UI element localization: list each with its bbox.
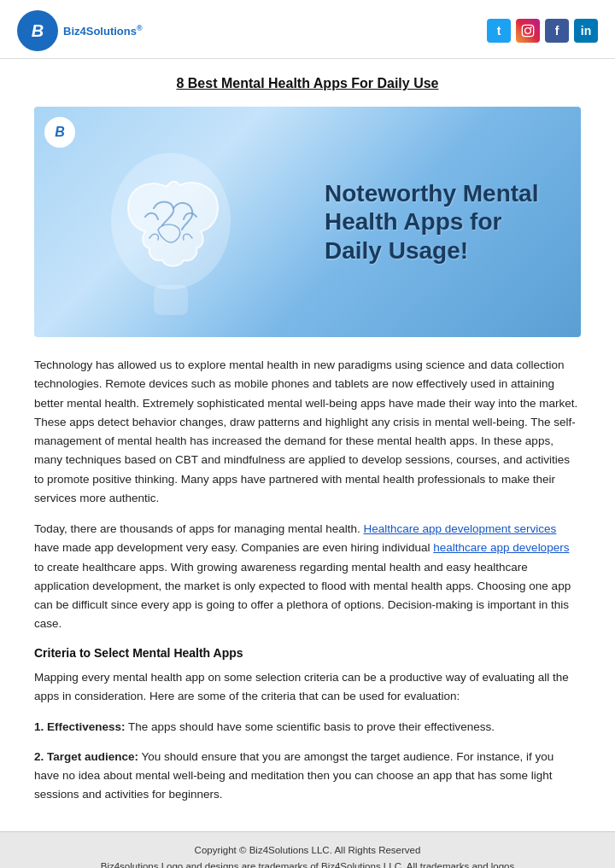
footer-line1: Copyright © Biz4Solutions LLC. All Right… [17,842,598,858]
svg-rect-4 [154,285,188,315]
svg-point-1 [525,28,531,34]
second-para-middle: have made app development very easy. Com… [34,541,433,554]
second-para-end: to create healthcare apps. With growing … [34,561,571,631]
svg-point-2 [530,26,532,28]
intro-paragraph: Technology has allowed us to explore men… [34,356,581,508]
healthcare-app-devs-link[interactable]: healthcare app developers [433,541,569,554]
social-icons-group: t f in [487,19,598,43]
criteria-1-label: 1. Effectiveness: [34,720,126,733]
footer: Copyright © Biz4Solutions LLC. All Right… [0,831,615,868]
hero-heading: Noteworthy Mental Health Apps for Daily … [325,179,538,265]
linkedin-icon[interactable]: in [574,19,598,43]
criteria-heading: Criteria to Select Mental Health Apps [34,646,581,660]
twitter-icon[interactable]: t [487,19,511,43]
hero-logo: B [44,117,75,148]
hero-text-area: Noteworthy Mental Health Apps for Daily … [308,162,581,283]
criteria-item-2: 2. Target audience: You should ensure th… [34,748,581,805]
hero-brain-area: B [34,107,308,337]
hero-banner: B [34,107,581,337]
logo-icon: B [17,10,58,51]
instagram-icon[interactable] [516,19,540,43]
article-title: 8 Best Mental Health Apps For Daily Use [34,76,581,91]
main-content: 8 Best Mental Health Apps For Daily Use … [0,59,615,831]
second-paragraph: Today, there are thousands of apps for m… [34,520,581,634]
healthcare-app-dev-link[interactable]: Healthcare app development services [364,522,557,535]
svg-rect-0 [522,25,533,36]
logo-text: Biz4Solutions® [63,24,143,38]
second-para-start: Today, there are thousands of apps for m… [34,522,364,535]
logo-area: B Biz4Solutions® [17,10,143,51]
header: B Biz4Solutions® t f in [0,0,615,59]
criteria-2-label: 2. Target audience: [34,750,138,763]
logo-name: Biz4Solutions [63,25,137,38]
footer-line2: Biz4solutions Logo and designs are trade… [17,859,598,868]
facebook-icon[interactable]: f [545,19,569,43]
page: B Biz4Solutions® t f in 8 Best Mental He… [0,0,615,868]
brain-illustration [77,136,265,326]
criteria-item-1: 1. Effectiveness: The apps should have s… [34,718,581,737]
criteria-1-text: The apps should have some scientific bas… [128,720,495,733]
criteria-intro: Mapping every mental health app on some … [34,668,581,707]
